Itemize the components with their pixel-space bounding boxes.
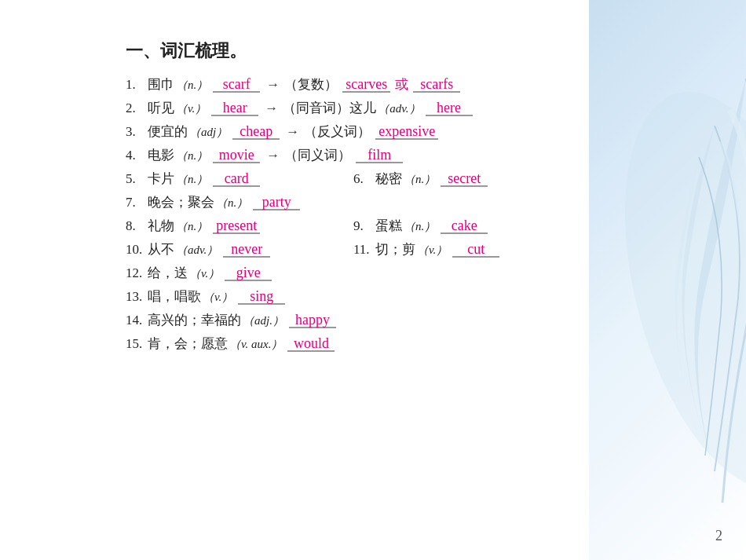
pos-6: （n.） xyxy=(404,174,436,185)
answer-secret: secret xyxy=(441,171,488,187)
answer-cut: cut xyxy=(452,242,499,258)
chinese-4: 电影 xyxy=(148,148,174,162)
label-2: （同音词）这儿 xyxy=(283,101,376,115)
vocab-item-1: 1. 围巾 （n.） scarf → （复数） scarves 或 scarfs xyxy=(126,77,581,93)
answer-scarfs: scarfs xyxy=(413,77,460,93)
slide-container: 一、词汇梳理。 1. 围巾 （n.） scarf → （复数） scarves … xyxy=(0,0,746,560)
answer-happy: happy xyxy=(289,313,336,328)
label-3: （反义词） xyxy=(304,125,371,138)
item-num-1: 1. xyxy=(126,78,148,91)
answer-give: give xyxy=(225,265,272,281)
vocab-item-2: 2. 听见 （v.） hear → （同音词）这儿 （adv.） here xyxy=(126,101,581,116)
main-content: 一、词汇梳理。 1. 围巾 （n.） scarf → （复数） scarves … xyxy=(0,0,628,560)
answer-scarves: scarves xyxy=(342,77,390,93)
pos-10: （adv.） xyxy=(176,244,218,256)
chinese-1: 围巾 xyxy=(148,78,174,91)
col-11: 11. 切；剪 （v.） cut xyxy=(353,242,581,258)
item-num-7: 7. xyxy=(126,196,148,209)
item-num-11: 11. xyxy=(353,243,375,256)
chinese-2: 听见 xyxy=(148,101,174,115)
pos-11: （v.） xyxy=(417,244,448,256)
vocab-item-4: 4. 电影 （n.） movie → （同义词） film xyxy=(126,148,581,163)
col-9: 9. 蛋糕 （n.） cake xyxy=(353,218,581,234)
item-num-9: 9. xyxy=(353,219,375,232)
answer-would: would xyxy=(287,336,335,352)
item-num-15: 15. xyxy=(126,337,148,350)
answer-movie: movie xyxy=(213,148,260,163)
answer-sing: sing xyxy=(238,289,285,305)
page-number: 2 xyxy=(715,528,722,544)
vocab-item-3: 3. 便宜的 （adj） cheap → （反义词） expensive xyxy=(126,124,581,140)
col-10: 10. 从不 （adv.） never xyxy=(126,242,353,258)
answer-card: card xyxy=(213,171,260,187)
chinese-14: 高兴的；幸福的 xyxy=(148,313,241,327)
item-num-6: 6. xyxy=(353,172,375,185)
or-text-1: 或 xyxy=(395,78,408,91)
pos-4: （n.） xyxy=(176,150,208,162)
item-num-4: 4. xyxy=(126,148,148,162)
pos-7: （n.） xyxy=(216,197,248,209)
chinese-13: 唱，唱歌 xyxy=(148,290,201,303)
answer-present: present xyxy=(213,218,260,234)
chinese-7: 晚会；聚会 xyxy=(148,196,214,209)
vocab-item-7: 7. 晚会；聚会 （n.） party xyxy=(126,195,581,210)
label-4: （同义词） xyxy=(284,148,351,162)
col-6: 6. 秘密 （n.） secret xyxy=(353,171,581,187)
chinese-12: 给，送 xyxy=(148,266,188,280)
pos-12: （v.） xyxy=(189,268,220,280)
answer-party: party xyxy=(253,195,300,210)
chinese-11: 切；剪 xyxy=(375,243,415,256)
arrow-2: → xyxy=(265,101,278,115)
answer-hear: hear xyxy=(211,101,258,116)
pos-2b: （adv.） xyxy=(378,103,420,115)
answer-scarf: scarf xyxy=(213,77,260,93)
item-num-13: 13. xyxy=(126,290,148,303)
pos-14: （adj.） xyxy=(243,315,284,327)
label-1: （复数） xyxy=(284,78,338,91)
vocab-list: 1. 围巾 （n.） scarf → （复数） scarves 或 scarfs… xyxy=(126,77,581,352)
answer-expensive: expensive xyxy=(375,124,438,140)
pos-9: （n.） xyxy=(404,221,436,232)
answer-cake: cake xyxy=(441,218,488,234)
pos-1: （n.） xyxy=(176,79,208,91)
vocab-item-5-6: 5. 卡片 （n.） card 6. 秘密 （n.） secret xyxy=(126,171,581,187)
section-title: 一、词汇梳理。 xyxy=(126,39,581,63)
vocab-item-10-11: 10. 从不 （adv.） never 11. 切；剪 （v.） cut xyxy=(126,242,581,258)
answer-film: film xyxy=(356,148,403,163)
answer-here: here xyxy=(426,101,473,116)
pos-15: （v. aux.） xyxy=(229,339,283,350)
item-num-8: 8. xyxy=(126,219,148,232)
item-num-3: 3. xyxy=(126,125,148,138)
arrow-4: → xyxy=(266,148,280,162)
chinese-10: 从不 xyxy=(148,243,174,256)
chinese-3: 便宜的 xyxy=(148,125,188,138)
item-num-2: 2. xyxy=(126,101,148,115)
vocab-item-8-9: 8. 礼物 （n.） present 9. 蛋糕 （n.） cake xyxy=(126,218,581,234)
vocab-item-12: 12. 给，送 （v.） give xyxy=(126,265,581,281)
col-5: 5. 卡片 （n.） card xyxy=(126,171,353,187)
item-num-10: 10. xyxy=(126,243,148,256)
chinese-9: 蛋糕 xyxy=(375,219,402,232)
arrow-3: → xyxy=(286,125,299,138)
item-num-12: 12. xyxy=(126,266,148,280)
answer-never: never xyxy=(223,242,270,258)
chinese-8: 礼物 xyxy=(148,219,174,232)
item-num-14: 14. xyxy=(126,313,148,327)
chinese-15: 肯，会；愿意 xyxy=(148,337,228,350)
pos-5: （n.） xyxy=(176,174,208,185)
col-8: 8. 礼物 （n.） present xyxy=(126,218,353,234)
pos-8: （n.） xyxy=(176,221,208,232)
chinese-6: 秘密 xyxy=(375,172,402,185)
item-num-5: 5. xyxy=(126,172,148,185)
arrow-1: → xyxy=(266,78,280,91)
pos-2: （v.） xyxy=(176,103,207,115)
pos-13: （v.） xyxy=(203,291,233,303)
answer-cheap: cheap xyxy=(232,124,280,140)
vocab-item-13: 13. 唱，唱歌 （v.） sing xyxy=(126,289,581,305)
vocab-item-15: 15. 肯，会；愿意 （v. aux.） would xyxy=(126,336,581,352)
pos-3: （adj） xyxy=(189,126,228,138)
chinese-5: 卡片 xyxy=(148,172,174,185)
vocab-item-14: 14. 高兴的；幸福的 （adj.） happy xyxy=(126,313,581,328)
